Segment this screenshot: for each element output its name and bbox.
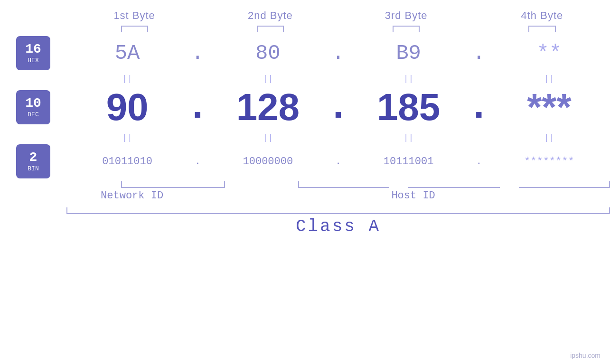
bottom-bracket-host-left bbox=[298, 181, 389, 188]
hex-byte3: B9 bbox=[396, 41, 421, 65]
hex-dot3: . bbox=[473, 41, 485, 65]
bin-badge: 2 BIN bbox=[16, 144, 50, 178]
bin-dot1: . bbox=[195, 156, 201, 168]
byte3-header: 3rd Byte bbox=[338, 9, 474, 22]
top-bracket-byte2 bbox=[257, 26, 284, 32]
top-bracket-byte3 bbox=[393, 26, 420, 32]
eq1-b3: || bbox=[404, 74, 414, 84]
eq1-b2: || bbox=[263, 74, 273, 84]
bottom-bracket-host-right bbox=[519, 181, 610, 188]
hex-byte2: 80 bbox=[255, 41, 281, 65]
eq1-b1: || bbox=[122, 74, 132, 84]
eq2-b1: || bbox=[122, 133, 132, 142]
host-id-label: Host ID bbox=[391, 190, 435, 202]
top-bracket-byte4 bbox=[528, 26, 555, 32]
dec-badge: 10 DEC bbox=[16, 90, 50, 124]
bin-byte3: 10111001 bbox=[384, 156, 434, 168]
eq1-b4: || bbox=[544, 74, 554, 84]
bin-byte1: 01011010 bbox=[102, 156, 152, 168]
hex-byte1: 5A bbox=[115, 41, 140, 65]
bottom-bracket-host-mid bbox=[408, 181, 499, 188]
dec-dot1: . bbox=[186, 86, 209, 129]
eq2-b2: || bbox=[263, 133, 273, 142]
hex-dot1: . bbox=[191, 41, 204, 65]
bin-dot2: . bbox=[335, 156, 341, 168]
class-label: Class A bbox=[296, 217, 381, 236]
hex-badge: 16 HEX bbox=[16, 36, 50, 70]
dec-byte4: *** bbox=[527, 85, 571, 129]
bin-byte4: ******** bbox=[524, 156, 574, 168]
bin-dot3: . bbox=[476, 156, 482, 168]
byte1-header: 1st Byte bbox=[66, 9, 202, 22]
dec-dot3: . bbox=[468, 86, 490, 129]
dec-byte2: 128 bbox=[236, 85, 300, 129]
top-bracket-byte1 bbox=[121, 26, 148, 32]
hex-dot2: . bbox=[332, 41, 344, 65]
bottom-bracket-network bbox=[121, 181, 225, 188]
hex-byte4: ** bbox=[536, 41, 562, 65]
byte2-header: 2nd Byte bbox=[202, 9, 338, 22]
class-bracket bbox=[66, 207, 610, 214]
watermark: ipshu.com bbox=[570, 352, 601, 359]
network-id-label: Network ID bbox=[101, 190, 163, 202]
eq2-b4: || bbox=[544, 133, 554, 142]
dec-byte1: 90 bbox=[106, 85, 149, 129]
eq2-b3: || bbox=[404, 133, 414, 142]
dec-byte3: 185 bbox=[377, 85, 440, 129]
bin-byte2: 10000000 bbox=[243, 156, 293, 168]
byte4-header: 4th Byte bbox=[474, 9, 610, 22]
dec-dot2: . bbox=[327, 86, 350, 129]
